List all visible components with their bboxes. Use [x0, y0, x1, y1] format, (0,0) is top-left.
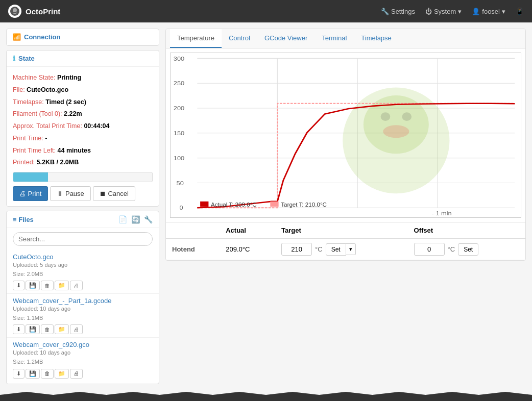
- svg-text:Target T: 210.0°C: Target T: 210.0°C: [281, 202, 327, 208]
- print-time-row: Print Time: -: [13, 133, 153, 145]
- tabs-container: Temperature Control GCode Viewer Termina…: [165, 29, 526, 261]
- file-list: CuteOcto.gco Uploaded: 5 days ago Size: …: [7, 248, 159, 384]
- svg-text:300: 300: [174, 55, 185, 62]
- approx-time-row: Approx. Total Print Time: 00:44:04: [13, 120, 153, 133]
- search-wrap: [7, 228, 159, 248]
- target-temp-input[interactable]: [281, 243, 312, 256]
- settings-link[interactable]: 🔧 Settings: [381, 8, 415, 15]
- offset-input-group: °C Set: [414, 243, 479, 256]
- svg-point-1: [13, 8, 17, 12]
- file-name[interactable]: Webcam_cover_c920.gco: [13, 341, 153, 348]
- target-input-group: °C Set ▾: [281, 243, 356, 256]
- file-move-btn[interactable]: 📁: [55, 324, 69, 334]
- offset-temp-input[interactable]: [414, 243, 445, 256]
- print-button[interactable]: 🖨 Print: [13, 186, 48, 201]
- state-body: Machine State: Printing File: CuteOcto.g…: [7, 67, 159, 206]
- tab-control[interactable]: Control: [222, 29, 257, 48]
- print-time-left-row: Print Time Left: 44 minutes: [13, 145, 153, 157]
- files-panel: ≡ Files 📄 🔄 🔧 CuteOcto.gco Uploaded: 5 d…: [6, 211, 159, 384]
- col-target: Target: [275, 222, 408, 239]
- file-meta: Uploaded: 10 days ago: [13, 348, 153, 358]
- progress-bar: [13, 172, 48, 182]
- target-unit: °C: [315, 245, 323, 253]
- power-icon: ⏻: [425, 8, 432, 15]
- file-delete-btn[interactable]: 🗑: [41, 281, 54, 290]
- col-label: [166, 222, 220, 239]
- user-icon: 👤: [472, 8, 480, 15]
- file-load-btn[interactable]: ⬇: [13, 324, 25, 334]
- svg-point-23: [402, 112, 412, 121]
- file-move-btn[interactable]: 📁: [55, 369, 69, 379]
- target-set-button[interactable]: Set: [326, 243, 346, 256]
- wrench-icon: 🔧: [381, 8, 389, 15]
- hotend-offset-cell: °C Set: [408, 239, 525, 260]
- tab-terminal[interactable]: Terminal: [315, 29, 354, 48]
- file-download-btn[interactable]: 💾: [26, 324, 40, 334]
- left-panel: 📶 Connection ℹ State Machine State: Prin…: [6, 29, 159, 395]
- brand-name: OctoPrint: [26, 7, 60, 16]
- list-icon: ≡: [13, 216, 17, 223]
- files-header: ≡ Files 📄 🔄 🔧: [7, 211, 159, 228]
- files-title: ≡ Files: [13, 216, 115, 223]
- tab-timelapse[interactable]: Timelapse: [354, 29, 398, 48]
- right-panel: Temperature Control GCode Viewer Termina…: [165, 29, 526, 395]
- svg-text:Actual T: 209.0°C: Actual T: 209.0°C: [211, 202, 257, 208]
- progress-bar-wrap: [13, 172, 153, 182]
- mobile-link[interactable]: 📱: [516, 8, 524, 15]
- file-print-btn[interactable]: 🖨: [70, 281, 83, 290]
- svg-text:0: 0: [179, 205, 183, 211]
- col-offset: Offset: [408, 222, 525, 239]
- tab-gcode[interactable]: GCode Viewer: [257, 29, 315, 48]
- svg-text:100: 100: [174, 155, 185, 161]
- file-load-btn[interactable]: ⬇: [13, 281, 25, 290]
- file-download-btn[interactable]: 💾: [26, 369, 40, 379]
- svg-rect-27: [270, 202, 278, 207]
- tabs-nav: Temperature Control GCode Viewer Termina…: [166, 29, 525, 48]
- file-download-btn[interactable]: 💾: [26, 281, 40, 290]
- state-info: Machine State: Printing File: CuteOcto.g…: [13, 72, 153, 169]
- machine-state-row: Machine State: Printing: [13, 72, 153, 84]
- state-header: ℹ State: [7, 51, 159, 67]
- file-actions: ⬇ 💾 🗑 📁 🖨: [13, 281, 153, 290]
- refresh-icon[interactable]: 🔄: [131, 215, 140, 223]
- user-link[interactable]: 👤 foosel ▾: [472, 8, 505, 15]
- list-item: CuteOcto.gco Uploaded: 5 days ago Size: …: [7, 250, 159, 294]
- file-meta: Uploaded: 10 days ago: [13, 305, 153, 314]
- file-delete-btn[interactable]: 🗑: [41, 369, 54, 379]
- navbar: OctoPrint 🔧 Settings ⏻ System ▾ 👤 foosel…: [0, 0, 532, 22]
- file-size: Size: 2.0MB: [13, 270, 153, 279]
- offset-set-button[interactable]: Set: [458, 243, 478, 256]
- cancel-button[interactable]: ⏹ Cancel: [93, 186, 135, 201]
- list-item: Webcam_cover_c920.gco Uploaded: 10 days …: [7, 338, 159, 381]
- search-input[interactable]: [13, 232, 153, 246]
- print-buttons: 🖨 Print ⏸ Pause ⏹ Cancel: [13, 186, 153, 201]
- file-name[interactable]: Webcam_cover_-_Part_1a.gcode: [13, 297, 153, 305]
- offset-unit: °C: [448, 245, 455, 253]
- svg-point-24: [383, 125, 409, 138]
- tab-temperature[interactable]: Temperature: [170, 29, 222, 48]
- target-set-dropdown[interactable]: ▾: [346, 243, 356, 255]
- file-delete-btn[interactable]: 🗑: [41, 324, 54, 334]
- file-name[interactable]: CuteOcto.gco: [13, 253, 153, 261]
- file-load-btn[interactable]: ⬇: [13, 369, 25, 379]
- hotend-label: Hotend: [166, 239, 220, 260]
- svg-text:50: 50: [177, 180, 184, 186]
- temp-table-wrap: Actual Target Offset Hotend 209.0°C: [166, 222, 525, 260]
- system-link[interactable]: ⏻ System ▾: [425, 8, 462, 15]
- file-move-btn[interactable]: 📁: [55, 281, 69, 290]
- chart-area: 300 250 200 150 100 50 0: [170, 53, 521, 218]
- file-print-btn[interactable]: 🖨: [70, 324, 83, 334]
- hotend-actual: 209.0°C: [220, 239, 275, 260]
- user-caret: ▾: [502, 8, 505, 15]
- connection-panel: 📶 Connection: [6, 29, 159, 46]
- info-icon: ℹ: [13, 55, 15, 62]
- col-actual: Actual: [220, 222, 275, 239]
- file-print-btn[interactable]: 🖨: [70, 369, 83, 379]
- svg-text:150: 150: [174, 130, 185, 137]
- file-size: Size: 1.2MB: [13, 358, 153, 367]
- set-btn-group: Set ▾: [326, 243, 356, 256]
- pause-button[interactable]: ⏸ Pause: [50, 186, 90, 201]
- hotend-target-cell: °C Set ▾: [275, 239, 408, 260]
- new-file-icon[interactable]: 📄: [118, 215, 127, 223]
- wrench-files-icon[interactable]: 🔧: [144, 215, 153, 223]
